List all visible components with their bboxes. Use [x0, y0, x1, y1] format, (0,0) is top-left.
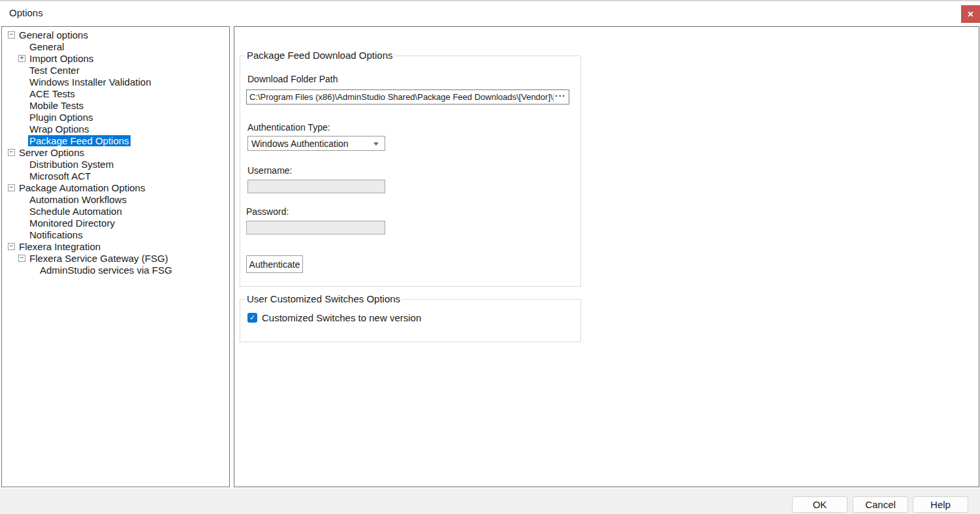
tree-item-label: Automation Workflows [28, 194, 128, 205]
tree-item-package-feed-options[interactable]: Package Feed Options [2, 135, 229, 147]
tree-item-ace-tests[interactable]: ACE Tests [2, 88, 229, 100]
username-label: Username: [247, 165, 292, 176]
tree-item-label: Wrap Options [28, 123, 90, 135]
check-icon: ✓ [249, 313, 255, 321]
collapse-icon[interactable]: − [18, 255, 25, 262]
help-button[interactable]: Help [913, 496, 968, 513]
password-field [246, 221, 385, 234]
customized-switches-checkbox[interactable]: ✓ [247, 313, 257, 323]
tree-item-flexera-integration[interactable]: − Flexera Integration [2, 241, 229, 253]
tree-item-label: ACE Tests [28, 88, 76, 99]
collapse-icon[interactable]: − [8, 184, 15, 191]
tree-item-flexera-service-gateway[interactable]: − Flexera Service Gateway (FSG) [2, 253, 229, 265]
authenticate-button[interactable]: Authenticate [246, 255, 303, 273]
tree-item-label: Distribution System [28, 159, 115, 170]
tree-item-label: Windows Installer Validation [28, 76, 152, 88]
tree-item-label: Flexera Service Gateway (FSG) [28, 253, 170, 264]
username-field [247, 180, 385, 193]
tree-item-notifications[interactable]: Notifications [2, 229, 229, 241]
browse-button[interactable]: ··· [554, 91, 569, 103]
password-label: Password: [246, 206, 289, 217]
group-title: Package Feed Download Options [245, 50, 394, 61]
chevron-down-icon [373, 142, 379, 146]
tree-item-monitored-directory[interactable]: Monitored Directory [2, 217, 229, 229]
tree-item-wrap-options[interactable]: Wrap Options [2, 123, 229, 135]
authentication-type-dropdown[interactable]: Windows Authentication [247, 136, 385, 151]
download-folder-path-input[interactable]: C:\Program Files (x86)\AdminStudio Share… [246, 89, 569, 104]
tree-item-mobile-tests[interactable]: Mobile Tests [2, 100, 229, 112]
tree-item-label: Package Automation Options [18, 182, 146, 193]
tree-item-test-center[interactable]: Test Center [2, 65, 229, 76]
customized-switches-checkbox-row: ✓ Customized Switches to new version [247, 312, 421, 323]
tree-item-label: Package Feed Options [28, 135, 131, 146]
tree-item-adminstudio-services-via-fsg[interactable]: AdminStudio services via FSG [2, 265, 229, 276]
user-customized-switches-options-group: User Customized Switches Options ✓ Custo… [240, 299, 581, 342]
tree-item-label: Schedule Automation [28, 206, 123, 217]
tree-item-label: Server Options [18, 147, 86, 158]
cancel-button[interactable]: Cancel [853, 496, 908, 513]
tree-item-label: Plugin Options [28, 112, 95, 123]
tree-item-windows-installer-validation[interactable]: Windows Installer Validation [2, 76, 229, 88]
tree-item-server-options[interactable]: − Server Options [2, 147, 229, 159]
tree-item-label: Microsoft ACT [28, 170, 92, 182]
close-button[interactable]: ✕ [961, 5, 980, 23]
tree-item-plugin-options[interactable]: Plugin Options [2, 112, 229, 123]
tree-item-import-options[interactable]: + Import Options [2, 53, 229, 65]
collapse-icon[interactable]: − [8, 149, 15, 156]
tree-item-microsoft-act[interactable]: Microsoft ACT [2, 170, 229, 182]
tree-item-distribution-system[interactable]: Distribution System [2, 159, 229, 170]
options-tree: − General options General + Import Optio… [1, 26, 230, 487]
tree-item-label: General options [18, 29, 89, 40]
package-feed-download-options-group: Package Feed Download Options Download F… [240, 56, 581, 287]
tree-item-package-automation-options[interactable]: − Package Automation Options [2, 182, 229, 194]
tree-item-schedule-automation[interactable]: Schedule Automation [2, 206, 229, 217]
tree-item-label: Test Center [28, 65, 81, 76]
tree-item-label: Import Options [28, 53, 95, 64]
tree-item-general-options[interactable]: − General options [2, 29, 229, 41]
tree-item-label: General [28, 41, 65, 52]
tree-item-label: AdminStudio services via FSG [39, 265, 174, 276]
options-content-panel: Package Feed Download Options Download F… [234, 26, 979, 487]
tree-item-label: Flexera Integration [18, 241, 102, 252]
window-title: Options [9, 7, 43, 18]
tree-item-automation-workflows[interactable]: Automation Workflows [2, 194, 229, 206]
collapse-icon[interactable]: − [8, 243, 15, 250]
collapse-icon[interactable]: − [8, 31, 15, 39]
tree-item-label: Monitored Directory [28, 217, 116, 229]
tree-item-label: Notifications [28, 229, 84, 240]
authentication-type-value: Windows Authentication [251, 138, 349, 149]
download-folder-path-label: Download Folder Path [247, 74, 338, 84]
dialog-footer: OK Cancel Help [0, 489, 980, 514]
customized-switches-label: Customized Switches to new version [262, 312, 421, 323]
download-folder-path-value: C:\Program Files (x86)\AdminStudio Share… [249, 92, 554, 102]
expand-icon[interactable]: + [18, 55, 25, 62]
group-title: User Customized Switches Options [245, 293, 402, 304]
authentication-type-label: Authentication Type: [247, 122, 330, 133]
tree-item-general[interactable]: General [2, 41, 229, 53]
window-titlebar: Options ✕ [0, 1, 980, 26]
close-icon: ✕ [967, 10, 973, 19]
ok-button[interactable]: OK [792, 496, 847, 513]
tree-item-label: Mobile Tests [28, 100, 85, 111]
